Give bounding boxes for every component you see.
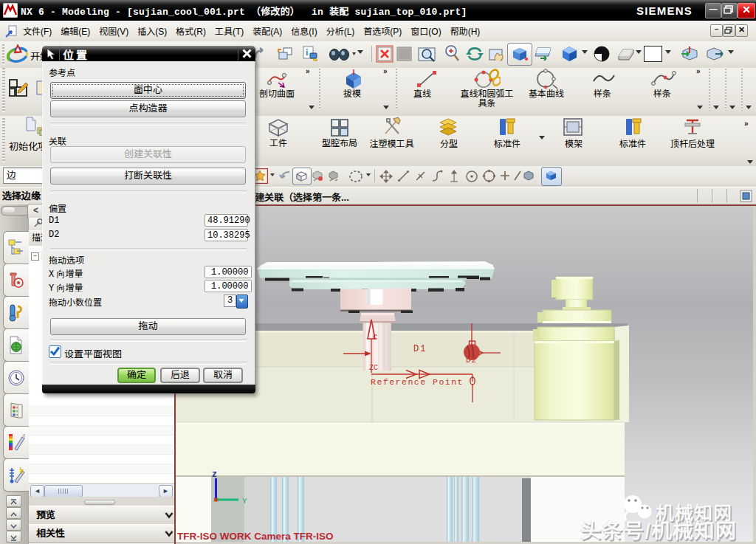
svg-text:Y: Y <box>242 497 247 506</box>
svg-text:C: C <box>373 333 378 342</box>
svg-text:D2: D2 <box>466 356 477 365</box>
svg-text:Reference Point: Reference Point <box>371 377 464 387</box>
svg-text:D1: D1 <box>413 344 427 354</box>
svg-text:ZC: ZC <box>369 364 378 372</box>
svg-text:Z: Z <box>212 470 217 479</box>
